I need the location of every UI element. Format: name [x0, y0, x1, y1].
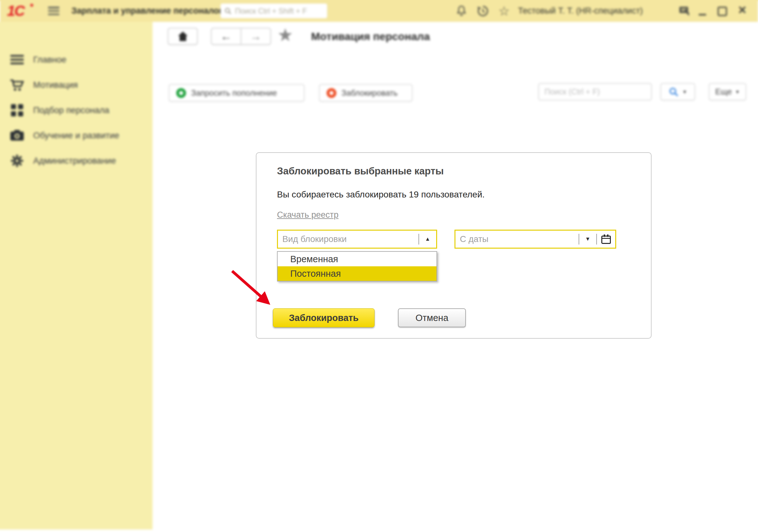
- download-registry-link[interactable]: Скачать реестр: [277, 210, 339, 220]
- minimize-button[interactable]: [699, 14, 706, 16]
- maximize-button[interactable]: [718, 7, 727, 16]
- back-button[interactable]: ←: [212, 28, 241, 44]
- calendar-button[interactable]: [597, 234, 615, 244]
- history-icon: [476, 4, 490, 18]
- camera-icon: [10, 128, 25, 143]
- chevron-down-icon: ▼: [735, 89, 740, 94]
- magnifier-icon: [669, 87, 679, 97]
- sidebar-item-training[interactable]: Обучение и развитие: [0, 127, 153, 144]
- close-icon: ×: [738, 2, 746, 18]
- app-window: 1С Зарплата и управление персоналом1С:Пр…: [0, 0, 758, 532]
- config-name: Зарплата и управление персоналом: [71, 6, 225, 16]
- sidebar-item-motivation[interactable]: Мотивация: [0, 76, 153, 94]
- request-refill-button[interactable]: Запросить пополнение: [169, 84, 304, 102]
- more-label: Еще: [715, 87, 732, 97]
- plus-circle-icon: [176, 88, 186, 98]
- cancel-button[interactable]: Отмена: [398, 308, 466, 327]
- page-title: Мотивация персонала: [311, 28, 430, 45]
- sidebar-item-label: Мотивация: [33, 80, 78, 90]
- close-button[interactable]: ×: [736, 0, 748, 21]
- home-button[interactable]: [168, 28, 198, 45]
- dialog-message: Вы собираетесь заблокировать 19 пользова…: [277, 190, 485, 200]
- request-refill-label: Запросить пополнение: [191, 89, 277, 98]
- dropdown-option-permanent[interactable]: Постоянная: [278, 266, 436, 281]
- home-icon: [177, 31, 189, 42]
- list-search-box[interactable]: [538, 83, 652, 100]
- forward-arrow-icon: →: [250, 30, 261, 43]
- block-type-input[interactable]: [278, 234, 419, 244]
- history-button[interactable]: [475, 0, 491, 22]
- global-search-box[interactable]: [221, 4, 327, 18]
- search-settings-button[interactable]: ▼: [660, 83, 695, 100]
- history-nav: ← →: [211, 28, 271, 45]
- logo-dot-icon: [30, 4, 33, 7]
- gear-icon: [10, 153, 25, 168]
- confirm-block-button[interactable]: Заблокировать: [273, 308, 375, 327]
- support-button[interactable]: [676, 0, 693, 22]
- sidebar-item-main[interactable]: Главное: [0, 51, 153, 69]
- chevron-down-icon[interactable]: ▼: [579, 236, 596, 242]
- dialog-title: Заблокировать выбранные карты: [277, 165, 444, 177]
- grid-icon: [10, 103, 25, 118]
- list-search-input[interactable]: [544, 87, 646, 97]
- block-cards-dialog: Заблокировать выбранные карты Вы собирае…: [256, 152, 652, 339]
- sidebar-item-label: Обучение и развитие: [33, 130, 120, 141]
- block-toolbar-label: Заблокировать: [341, 89, 397, 98]
- discussion-icon: [678, 5, 691, 17]
- block-type-dropdown-list: Временная Постоянная: [277, 251, 437, 281]
- sidebar-item-label: Подбор персонала: [33, 105, 109, 115]
- forward-button[interactable]: →: [241, 28, 270, 44]
- block-circle-icon: [327, 88, 336, 98]
- 1c-logo: 1С: [7, 1, 24, 21]
- date-from-input[interactable]: [456, 234, 579, 244]
- calendar-icon: [601, 234, 611, 244]
- more-button[interactable]: Еще ▼: [709, 83, 746, 100]
- search-icon: [224, 7, 232, 15]
- block-type-combobox[interactable]: ▲: [277, 230, 437, 249]
- sidebar-item-administration[interactable]: Администрирование: [0, 152, 153, 170]
- sidebar-item-label: Администрирование: [33, 156, 116, 166]
- notifications-button[interactable]: [454, 0, 469, 22]
- cart-icon: [10, 77, 25, 92]
- bell-icon: [456, 5, 467, 18]
- global-search-input[interactable]: [234, 6, 324, 16]
- star-filled-icon: ★: [277, 25, 293, 45]
- sidebar: Главное Мотивация Подбор: [0, 22, 153, 529]
- chevron-down-icon: ▼: [682, 89, 687, 94]
- star-outline-icon: ☆: [499, 4, 510, 18]
- current-user[interactable]: Тестовый Т. Т. (HR-специалист): [518, 0, 643, 22]
- chevron-up-icon[interactable]: ▲: [419, 236, 436, 242]
- topbar: 1С Зарплата и управление персоналом1С:Пр…: [0, 0, 758, 22]
- favorite-star-button[interactable]: ★: [277, 25, 293, 45]
- block-toolbar-button[interactable]: Заблокировать: [319, 84, 412, 102]
- date-from-field[interactable]: ▼: [455, 230, 616, 249]
- back-arrow-icon: ←: [221, 30, 232, 43]
- sidebar-item-label: Главное: [33, 55, 66, 65]
- main-menu-icon[interactable]: [48, 7, 59, 15]
- sidebar-item-recruiting[interactable]: Подбор персонала: [0, 101, 153, 119]
- dropdown-option-temporary[interactable]: Временная: [278, 252, 436, 266]
- menu-lines-icon: [10, 52, 25, 67]
- favorites-button[interactable]: ☆: [497, 0, 512, 22]
